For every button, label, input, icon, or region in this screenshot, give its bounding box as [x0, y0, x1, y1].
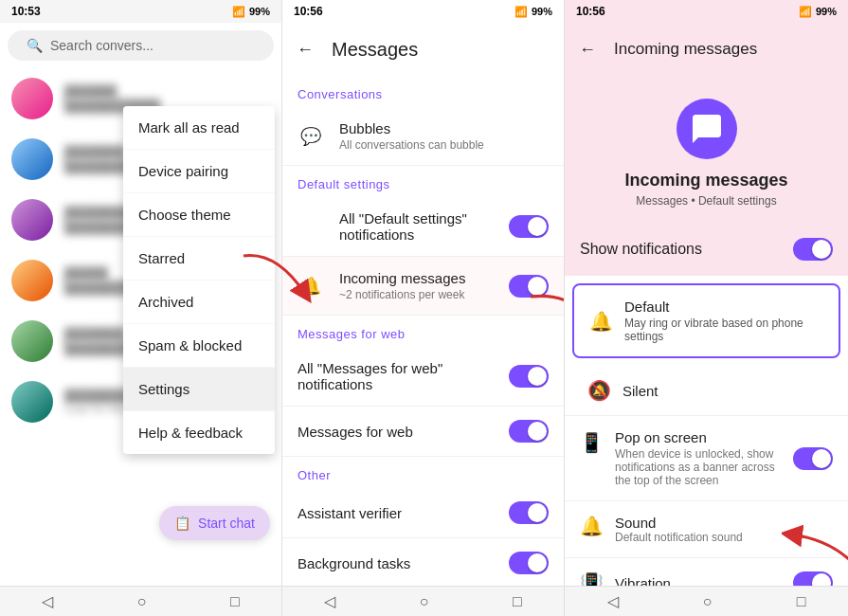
search-bar[interactable]: 🔍 Search convers... — [8, 30, 274, 61]
wifi-icon: 📶 — [232, 6, 245, 18]
dropdown-item-help[interactable]: Help & feedback — [123, 411, 275, 454]
recents-nav-btn[interactable]: □ — [230, 593, 240, 610]
web-notif-toggle[interactable] — [509, 365, 549, 388]
recents-nav-btn-3[interactable]: □ — [797, 593, 806, 610]
status-bar-panel1: 10:53 📶 99% — [0, 0, 281, 23]
web-notif-item[interactable]: All "Messages for web" notifications — [282, 347, 564, 407]
section-conversations: Conversations — [282, 76, 564, 107]
messages-web-toggle[interactable] — [509, 420, 549, 443]
status-icons-panel2: 📶 99% — [514, 6, 552, 18]
message-icon — [677, 99, 737, 159]
vibration-icon: 📳 — [580, 571, 604, 586]
pop-option-title: Pop on screen — [615, 429, 782, 445]
pop-option-sub: When device is unlocked, show notificati… — [615, 447, 782, 487]
back-nav-btn[interactable]: ◁ — [42, 592, 53, 610]
assistant-item[interactable]: Assistant verifier — [282, 488, 564, 538]
web-notif-text: All "Messages for web" notifications — [298, 360, 494, 392]
incoming-panel: 10:56 📶 99% ← Incoming messages Incoming… — [565, 0, 848, 616]
start-chat-label: Start chat — [198, 516, 255, 531]
background-title: Background tasks — [298, 555, 494, 571]
sound-row-text: Sound Default notification sound — [615, 515, 833, 544]
recents-nav-btn-2[interactable]: □ — [513, 593, 522, 610]
show-notif-toggle[interactable] — [793, 238, 833, 261]
back-nav-btn-2[interactable]: ◁ — [324, 592, 335, 610]
avatar — [11, 320, 53, 362]
default-notif-icon — [298, 213, 324, 240]
dropdown-item-archived[interactable]: Archived — [123, 281, 275, 324]
back-button-panel3[interactable]: ← — [576, 38, 599, 61]
messages-web-item[interactable]: Messages for web — [282, 407, 564, 457]
assistant-title: Assistant verifier — [298, 505, 494, 521]
time-panel2: 10:56 — [294, 5, 323, 18]
back-nav-btn-3[interactable]: ◁ — [607, 592, 619, 610]
incoming-panel-title: Incoming messages — [614, 40, 757, 59]
nav-bar-panel3: ◁ ○ □ — [565, 586, 848, 616]
dropdown-item-device-pairing[interactable]: Device pairing — [123, 150, 275, 193]
settings-panel: 10:56 📶 99% ← Messages Conversations 💬 B… — [282, 0, 565, 616]
background-toggle[interactable] — [509, 552, 549, 574]
start-chat-fab[interactable]: 📋 Start chat — [159, 506, 270, 540]
assistant-toggle[interactable] — [509, 501, 549, 524]
bubbles-icon: 💬 — [298, 123, 324, 150]
settings-header: ← Messages — [282, 23, 564, 76]
incoming-header: ← Incoming messages — [565, 23, 848, 76]
back-button-panel2[interactable]: ← — [294, 38, 316, 61]
dropdown-item-mark-all[interactable]: Mark all as read — [123, 106, 275, 150]
incoming-text: Incoming messages ~2 notifications per w… — [339, 270, 494, 301]
incoming-messages-item[interactable]: 🔔 Incoming messages ~2 notifications per… — [282, 257, 564, 316]
battery-panel3: 99% — [816, 6, 837, 17]
settings-content: Conversations 💬 Bubbles All conversation… — [282, 76, 564, 586]
home-nav-btn-3[interactable]: ○ — [703, 593, 713, 610]
incoming-main-title: Incoming messages — [624, 171, 787, 190]
messages-web-title: Messages for web — [298, 424, 494, 440]
battery-panel2: 99% — [532, 6, 552, 17]
default-sound-option[interactable]: 🔔 Default May ring or vibrate based on p… — [572, 283, 840, 358]
dropdown-item-spam[interactable]: Spam & blocked — [123, 324, 275, 368]
incoming-sub: ~2 notifications per week — [339, 288, 494, 301]
web-notif-title: All "Messages for web" notifications — [298, 360, 494, 392]
vibration-row[interactable]: 📳 Vibration — [565, 557, 848, 586]
home-nav-btn-2[interactable]: ○ — [420, 593, 429, 610]
avatar — [11, 138, 53, 180]
sound-icon: 🔔 — [580, 515, 604, 537]
bubbles-sub: All conversations can bubble — [339, 138, 549, 152]
wifi-icon-3: 📶 — [799, 6, 812, 18]
dropdown-item-starred[interactable]: Starred — [123, 237, 275, 281]
section-other: Other — [282, 457, 564, 488]
show-notif-label: Show notifications — [580, 241, 702, 258]
avatar — [11, 381, 53, 423]
vibration-toggle[interactable] — [793, 571, 833, 586]
sound-row-sub: Default notification sound — [615, 531, 833, 544]
silent-option[interactable]: 🔕 Silent — [572, 366, 840, 415]
assistant-text: Assistant verifier — [298, 505, 494, 521]
default-notif-item[interactable]: All "Default settings" notifications — [282, 197, 564, 257]
dropdown-item-settings[interactable]: Settings — [123, 368, 275, 411]
pop-toggle[interactable] — [793, 447, 833, 470]
bell-icon: 🔔 — [589, 310, 613, 333]
time-panel3: 10:56 — [576, 5, 605, 18]
default-option-sub: May ring or vibrate based on phone setti… — [624, 317, 823, 343]
home-nav-btn[interactable]: ○ — [137, 593, 147, 610]
silent-label: Silent — [622, 383, 659, 399]
battery-panel1: 99% — [249, 6, 270, 17]
background-item[interactable]: Background tasks — [282, 538, 564, 586]
section-default: Default settings — [282, 166, 564, 197]
incoming-toggle[interactable] — [509, 275, 549, 298]
incoming-title: Incoming messages — [339, 270, 494, 286]
message-svg — [690, 112, 724, 146]
chat-list-panel: 10:53 📶 99% 🔍 Search convers... ██████ █… — [0, 0, 282, 616]
sound-row[interactable]: 🔔 Sound Default notification sound — [565, 500, 848, 557]
show-notifications-row[interactable]: Show notifications — [565, 223, 848, 276]
status-icons-panel3: 📶 99% — [799, 6, 837, 18]
default-notif-toggle[interactable] — [509, 215, 549, 238]
dropdown-item-choose-theme[interactable]: Choose theme — [123, 193, 275, 237]
nav-bar-panel2: ◁ ○ □ — [282, 586, 564, 616]
default-notif-text: All "Default settings" notifications — [339, 210, 494, 243]
section-web: Messages for web — [282, 316, 564, 347]
sound-row-title: Sound — [615, 515, 833, 531]
pop-on-screen-option[interactable]: 📱 Pop on screen When device is unlocked,… — [565, 415, 848, 500]
bubbles-item[interactable]: 💬 Bubbles All conversations can bubble — [282, 107, 564, 166]
incoming-top: Incoming messages Messages • Default set… — [565, 76, 848, 223]
search-input-label[interactable]: Search convers... — [50, 38, 153, 53]
status-icons-panel1: 📶 99% — [232, 6, 270, 18]
